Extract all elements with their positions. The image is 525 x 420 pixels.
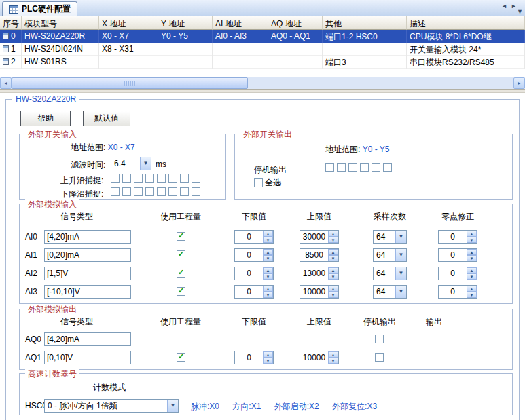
spin-down-icon[interactable]: ▼ (328, 273, 338, 280)
col-header-other[interactable]: 其他 (323, 16, 407, 30)
falling-x1-checkbox[interactable] (122, 187, 131, 196)
help-button[interactable]: 帮助 (20, 111, 71, 126)
spin-up-icon[interactable]: ▲ (467, 286, 477, 292)
ai3-use-checkbox[interactable] (177, 287, 185, 296)
aq1-high-value[interactable]: 10000 (300, 351, 328, 364)
col-header-x-addr[interactable]: X 地址 (99, 16, 158, 30)
spin-up-icon[interactable]: ▲ (328, 249, 338, 255)
spin-down-icon[interactable]: ▼ (263, 273, 273, 280)
ai2-high-value[interactable]: 13000 (300, 267, 328, 280)
table-row-1[interactable]: 1 HW-S24DI024N X8 - X31 开关量输入模块 24* (0, 43, 525, 56)
aq1-stop-checkbox[interactable] (375, 353, 384, 362)
falling-x4-checkbox[interactable] (157, 187, 166, 196)
ai1-signal-input[interactable] (44, 248, 131, 262)
ai0-use-checkbox[interactable] (177, 232, 185, 241)
spin-down-icon[interactable]: ▼ (328, 358, 338, 364)
spin-down-icon[interactable]: ▼ (467, 255, 477, 261)
spin-down-icon[interactable]: ▼ (263, 358, 273, 364)
chevron-down-icon[interactable]: ▼ (167, 400, 178, 412)
ai3-low-value[interactable]: 0 (235, 286, 263, 298)
spin-up-icon[interactable]: ▲ (328, 351, 338, 358)
spin-down-icon[interactable]: ▼ (328, 292, 338, 298)
col-header-index[interactable]: 序号 (0, 16, 22, 30)
ai2-signal-input[interactable] (44, 267, 131, 280)
rising-x4-checkbox[interactable] (157, 174, 166, 183)
spin-down-icon[interactable]: ▼ (467, 237, 477, 243)
col-header-model[interactable]: 模块型号 (22, 16, 99, 30)
chevron-down-icon[interactable]: ▼ (395, 231, 406, 243)
chevron-down-icon[interactable]: ▼ (395, 286, 406, 298)
spin-up-icon[interactable]: ▲ (263, 286, 273, 292)
spin-down-icon[interactable]: ▼ (467, 292, 477, 298)
ai1-zero-value[interactable]: 0 (439, 249, 467, 261)
spin-up-icon[interactable]: ▲ (263, 249, 273, 255)
ai0-zero-value[interactable]: 0 (439, 231, 467, 243)
chevron-down-icon[interactable]: ▼ (395, 267, 406, 280)
falling-x7-checkbox[interactable] (192, 187, 200, 196)
stop-y2-checkbox[interactable] (348, 163, 357, 172)
spin-up-icon[interactable]: ▲ (467, 249, 477, 255)
ai2-use-checkbox[interactable] (177, 269, 185, 278)
aq1-signal-input[interactable] (44, 351, 131, 364)
ai1-use-checkbox[interactable] (177, 250, 185, 259)
spin-down-icon[interactable]: ▼ (263, 292, 273, 298)
ai3-samples-combo[interactable]: 64 ▼ (373, 285, 407, 299)
col-header-desc[interactable]: 描述 (407, 16, 525, 30)
default-button[interactable]: 默认值 (83, 111, 130, 126)
chevron-down-icon[interactable]: ▼ (395, 249, 406, 261)
rising-x2-checkbox[interactable] (134, 174, 143, 183)
ai0-samples-combo[interactable]: 64 ▼ (373, 230, 407, 244)
ai3-signal-input[interactable] (44, 285, 131, 299)
aq1-use-checkbox[interactable] (177, 353, 185, 362)
spin-up-icon[interactable]: ▲ (467, 231, 477, 237)
chevron-down-icon[interactable]: ▼ (140, 157, 151, 170)
spin-down-icon[interactable]: ▼ (467, 273, 477, 280)
aq1-low-value[interactable]: 0 (235, 351, 263, 364)
tab-plc-config[interactable]: PLC硬件配置 (2, 1, 77, 16)
aq0-use-checkbox[interactable] (177, 335, 185, 343)
spin-up-icon[interactable]: ▲ (263, 267, 273, 273)
spin-down-icon[interactable]: ▼ (263, 237, 273, 243)
ai2-low-value[interactable]: 0 (235, 267, 263, 280)
spin-up-icon[interactable]: ▲ (328, 231, 338, 237)
ai2-zero-value[interactable]: 0 (439, 267, 467, 280)
spin-up-icon[interactable]: ▲ (263, 351, 273, 358)
horizontal-scrollbar[interactable]: ◄ ► (0, 77, 525, 89)
table-row-2[interactable]: 2 HW-S01RS 端口3 串口模块RS232/RS485 (0, 56, 525, 69)
ai0-high-value[interactable]: 30000 (300, 231, 328, 243)
ai1-high-value[interactable]: 8500 (300, 249, 328, 261)
tab-scroll-left-icon[interactable]: ◄ (501, 3, 507, 9)
tab-menu-icon[interactable]: ▼ (517, 8, 523, 15)
rising-x0-checkbox[interactable] (111, 174, 120, 183)
rising-x1-checkbox[interactable] (122, 174, 131, 183)
stop-y4-checkbox[interactable] (372, 163, 380, 172)
col-header-aq-addr[interactable]: AQ 地址 (268, 16, 323, 30)
select-all-checkbox[interactable] (254, 178, 263, 187)
aq0-signal-input[interactable] (44, 332, 131, 346)
aq0-stop-checkbox[interactable] (375, 335, 384, 343)
rising-x7-checkbox[interactable] (192, 174, 200, 183)
rising-x6-checkbox[interactable] (180, 174, 189, 183)
rising-x5-checkbox[interactable] (168, 174, 177, 183)
tab-scroll-right-icon[interactable]: ► (511, 3, 517, 9)
ai3-zero-value[interactable]: 0 (439, 286, 467, 298)
scroll-left-button[interactable]: ◄ (0, 77, 12, 89)
spin-down-icon[interactable]: ▼ (263, 255, 273, 261)
spin-up-icon[interactable]: ▲ (467, 267, 477, 273)
col-header-y-addr[interactable]: Y 地址 (158, 16, 213, 30)
scroll-thumb[interactable] (12, 77, 248, 89)
ai1-low-value[interactable]: 0 (235, 249, 263, 261)
falling-x5-checkbox[interactable] (168, 187, 177, 196)
filter-time-combo[interactable]: 6.4 ▼ (111, 157, 151, 170)
hsc0-mode-combo[interactable]: 0 - 脉冲/方向 1倍频 ▼ (44, 399, 179, 413)
ai2-samples-combo[interactable]: 64 ▼ (373, 267, 407, 280)
spin-down-icon[interactable]: ▼ (328, 255, 338, 261)
falling-x2-checkbox[interactable] (134, 187, 143, 196)
table-row-0[interactable]: 0 HW-S20ZA220R X0 - X7 Y0 - Y5 AI0 - AI3… (0, 30, 525, 43)
falling-x0-checkbox[interactable] (111, 187, 120, 196)
falling-x6-checkbox[interactable] (180, 187, 189, 196)
rising-x3-checkbox[interactable] (145, 174, 154, 183)
ai0-signal-input[interactable] (44, 230, 131, 244)
spin-down-icon[interactable]: ▼ (328, 237, 338, 243)
falling-x3-checkbox[interactable] (145, 187, 154, 196)
